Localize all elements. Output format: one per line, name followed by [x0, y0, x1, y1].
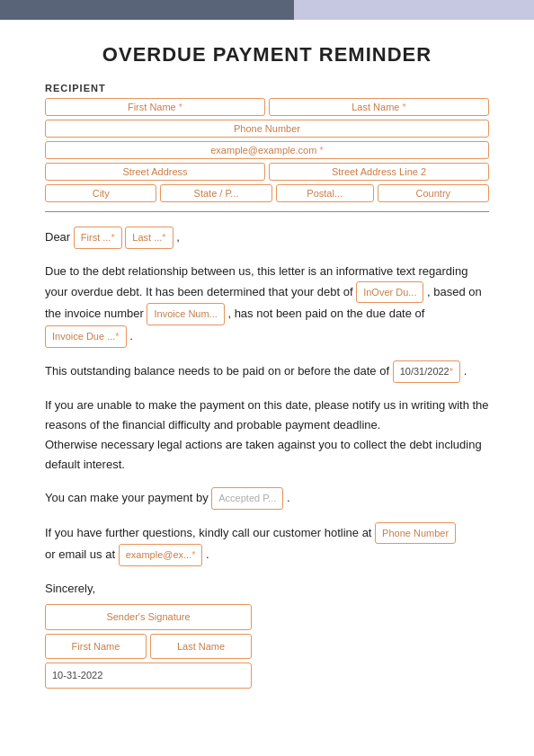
para1: Due to the debt relationship between us,… — [45, 262, 489, 348]
first-name-field[interactable]: First Name — [45, 98, 265, 116]
para5: You can make your payment by Accepted P.… — [45, 487, 489, 510]
postal-field[interactable]: Postal... — [276, 184, 374, 202]
page-title: OVERDUE PAYMENT REMINDER — [45, 43, 489, 67]
invoice-number-field[interactable]: Invoice Num... — [147, 303, 224, 325]
para4-text: Otherwise necessary legal actions are ta… — [45, 438, 482, 471]
country-field[interactable]: Country — [378, 184, 489, 202]
dear-label: Dear — [45, 230, 70, 244]
contact-phone-field[interactable]: Phone Number — [375, 522, 456, 545]
last-name-field[interactable]: Last Name — [269, 98, 489, 116]
sincerely-text: Sincerely, — [45, 579, 489, 599]
para6-text2: or email us at — [45, 547, 115, 561]
invoice-due-date-field[interactable]: Invoice Due ... — [45, 325, 127, 348]
dear-first-field[interactable]: First ... — [74, 227, 122, 249]
city-field[interactable]: City — [45, 184, 156, 202]
para2: This outstanding balance needs to be pai… — [45, 360, 489, 383]
payment-method-field[interactable]: Accepted P... — [211, 487, 283, 510]
top-bar — [0, 0, 534, 20]
sig-last-name[interactable]: Last Name — [150, 634, 252, 660]
para3-text: If you are unable to make the payment on… — [45, 398, 489, 431]
email-row: example@example.com — [45, 141, 489, 159]
sig-names-row: First Name Last Name — [45, 634, 252, 660]
address-row: Street Address Street Address Line 2 — [45, 163, 489, 181]
state-field[interactable]: State / P... — [160, 184, 271, 202]
para5-text: You can make your payment by — [45, 491, 209, 504]
phone-field[interactable]: Phone Number — [45, 120, 489, 138]
para2-text: This outstanding balance needs to be pai… — [45, 364, 389, 378]
para6: If you have further questions, kindly ca… — [45, 522, 489, 566]
letter-body: Dear First ... Last ... , Due to the deb… — [45, 227, 489, 689]
phone-row: Phone Number — [45, 120, 489, 138]
top-bar-right — [294, 0, 534, 20]
signature-block: Sender's Signature First Name Last Name … — [45, 604, 252, 689]
street2-field[interactable]: Street Address Line 2 — [269, 163, 489, 181]
para6-text1: If you have further questions, kindly ca… — [45, 525, 371, 538]
street1-field[interactable]: Street Address — [45, 163, 265, 181]
top-bar-left — [0, 0, 294, 20]
name-row: First Name Last Name — [45, 98, 489, 116]
para1-text3: , has not been paid on the due date of — [227, 307, 424, 320]
dear-last-field[interactable]: Last ... — [125, 227, 173, 249]
para3: If you are unable to make the payment on… — [45, 396, 489, 475]
city-row: City State / P... Postal... Country — [45, 184, 489, 202]
dear-paragraph: Dear First ... Last ... , — [45, 227, 489, 249]
sig-first-name[interactable]: First Name — [45, 634, 147, 660]
divider — [45, 211, 489, 212]
signature-label-field[interactable]: Sender's Signature — [45, 604, 252, 630]
contact-email-field[interactable]: example@ex... — [119, 544, 203, 566]
email-field[interactable]: example@example.com — [45, 141, 489, 159]
sig-date[interactable]: 10-31-2022 — [45, 663, 252, 689]
signature-section: Sincerely, Sender's Signature First Name… — [45, 579, 489, 689]
amount-field[interactable]: InOver Du... — [356, 281, 423, 304]
recipient-label: RECIPIENT — [45, 83, 489, 93]
pay-by-date-field[interactable]: 10/31/2022 — [393, 360, 460, 383]
